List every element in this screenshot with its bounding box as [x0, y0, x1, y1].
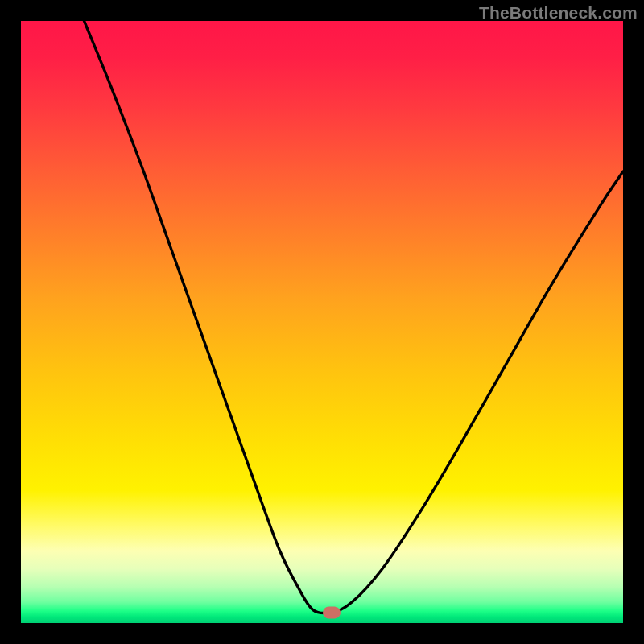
watermark-text: TheBottleneck.com: [479, 3, 638, 23]
plot-area: [21, 21, 623, 623]
curve-path: [85, 21, 623, 613]
chart-frame: TheBottleneck.com: [0, 0, 644, 644]
bottleneck-curve: [21, 21, 623, 623]
optimal-marker: [323, 606, 341, 618]
